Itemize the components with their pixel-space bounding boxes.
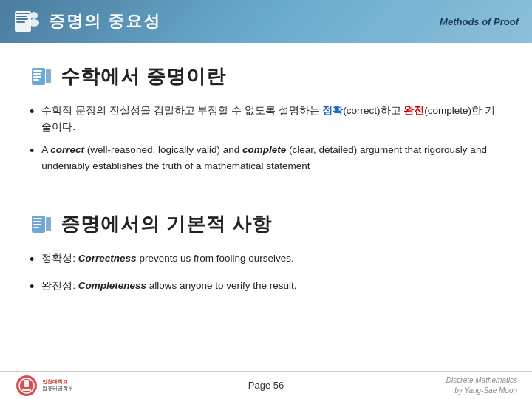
section1-title: 수학에서 증명이란 [61,64,226,89]
bullet4: • 완전성: Completeness allows anyone to ver… [30,278,502,298]
footer-page: Page 56 [248,380,284,391]
svg-rect-11 [33,79,39,81]
svg-rect-22 [22,389,31,391]
section1-heading: 수학에서 증명이란 [30,64,502,89]
footer-credit-line2: by Yang-Sae Moon [454,386,517,395]
section2-icon [30,213,53,236]
svg-rect-17 [33,227,39,228]
bullet1: • 수학적 문장의 진실성을 검밀하고 부정할 수 없도록 설명하는 정확(co… [30,103,502,134]
header-icon [12,7,41,36]
header-title: 증명의 중요성 [49,10,161,33]
bullet3-prefix: 정확성: [41,253,78,264]
svg-rect-18 [46,217,51,231]
section2-title: 증명에서의 기본적 사항 [61,211,272,237]
svg-rect-8 [33,70,42,72]
footer-logo-line2: 컴퓨터공학부 [42,386,79,392]
main-content: 수학에서 증명이란 • 수학적 문장의 진실성을 검밀하고 부정할 수 없도록 … [0,43,532,333]
section-divider [30,194,502,195]
section1-icon [30,65,53,89]
bullet4-text: 완전성: Completeness allows anyone to verif… [41,278,502,294]
section1-bullets: • 수학적 문장의 진실성을 검밀하고 부정할 수 없도록 설명하는 정확(co… [30,103,502,174]
svg-rect-2 [16,16,27,17]
svg-point-6 [29,19,39,27]
footer-page-label: Page [248,380,270,391]
section2-heading: 증명에서의 기본적 사항 [30,211,502,237]
footer-logo-line1: 인천대학교 [42,379,79,385]
bullet2-correct: correct [50,144,84,155]
header-bar: 증명의 중요성 Methods of Proof [0,0,532,43]
bullet2-complete: complete [242,144,286,155]
footer-credit-line1: Discrete Mathematics [446,376,517,384]
svg-rect-1 [16,13,30,14]
bullet4-prefix: 완전성: [41,280,78,291]
bullet3-suffix: prevents us from fooling ourselves. [137,253,294,264]
bullet3-dot: • [30,249,34,270]
bullet2-text-a: A [41,144,50,155]
svg-rect-15 [33,221,41,222]
svg-rect-9 [33,73,41,75]
svg-point-5 [30,12,38,19]
footer-logo-text: 인천대학교 컴퓨터공학부 [42,375,79,396]
bullet3: • 정확성: Correctness prevents us from fool… [30,250,502,270]
bullet1-highlight-correct: 정확 [322,105,343,116]
bullet2-text-b: (well-reasoned, logically valid) and [84,144,242,155]
bullet1-dot: • [30,101,34,123]
svg-rect-10 [33,76,41,78]
bullet1-text: 수학적 문장의 진실성을 검밀하고 부정할 수 없도록 설명하는 정확(corr… [41,103,502,134]
bullet2-text: A correct (well-reasoned, logically vali… [41,142,502,174]
svg-rect-21 [24,380,29,387]
university-logo-icon [15,374,38,398]
footer-logo: 인천대학교 컴퓨터공학부 [15,374,79,398]
bullet2: • A correct (well-reasoned, logically va… [30,142,502,174]
bullet4-dot: • [30,276,34,298]
bullet1-highlight-complete: 완전 [403,105,424,116]
bullet3-correctness: Correctness [78,253,137,264]
footer-page-number: 56 [273,380,284,391]
bullet2-dot: • [30,140,34,162]
bullet4-suffix: allows anyone to verify the result. [146,280,296,291]
bullet1-korean-before: 수학적 문장의 진실성을 검밀하고 부정할 수 없도록 설명하는 [41,105,322,116]
svg-rect-14 [33,218,42,219]
svg-rect-12 [46,69,51,83]
footer-credit: Discrete Mathematics by Yang-Sae Moon [446,375,517,396]
bullet3-text: 정확성: Correctness prevents us from foolin… [41,250,502,267]
svg-rect-3 [16,18,28,20]
section2-bullets: • 정확성: Correctness prevents us from fool… [30,250,502,298]
footer: 인천대학교 컴퓨터공학부 Page 56 Discrete Mathematic… [0,371,532,399]
header-subtitle: Methods of Proof [440,16,519,27]
svg-rect-16 [33,224,41,225]
bullet1-correct-suffix: (correct)하고 [343,105,403,116]
bullet4-completeness: Completeness [78,280,146,291]
svg-rect-4 [16,21,25,23]
